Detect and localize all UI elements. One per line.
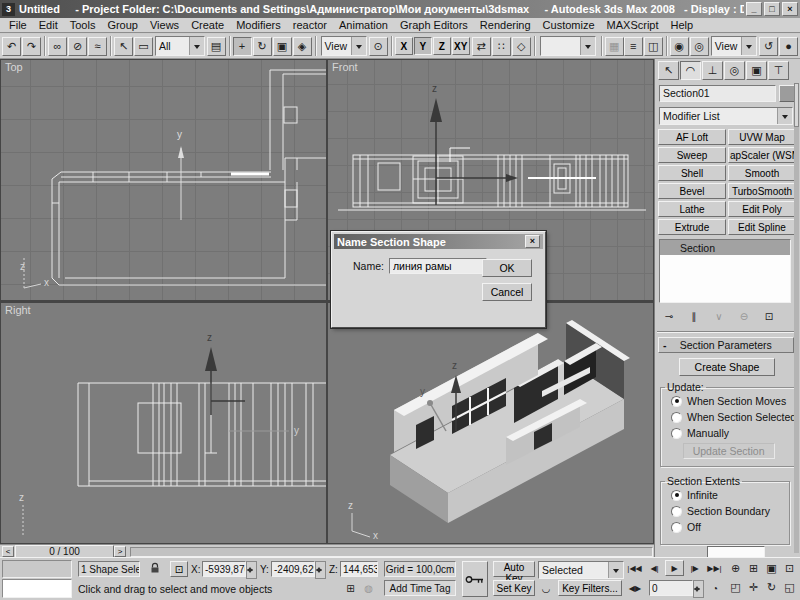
shaded-house-model[interactable] (390, 320, 630, 523)
zoom-extents-all-icon[interactable]: ⊡ (781, 560, 798, 576)
go-to-end-button[interactable]: ▶▶| (705, 560, 724, 576)
menu-item[interactable]: Group (101, 19, 144, 31)
menu-item[interactable]: Rendering (474, 19, 537, 31)
modifier-button[interactable]: Bevel (658, 183, 726, 199)
object-name-field[interactable]: Section01 (659, 85, 776, 102)
track-bar[interactable] (130, 547, 653, 557)
use-pivot-center-icon[interactable]: ⊙ (369, 37, 388, 56)
x-coordinate-field[interactable]: -5939,8765 (202, 561, 246, 577)
modifier-button[interactable]: Shell (658, 165, 726, 181)
menu-item[interactable]: Customize (537, 19, 601, 31)
motion-tab[interactable]: ◎ (724, 61, 745, 80)
display-tab[interactable]: ▣ (746, 61, 767, 80)
configure-modifier-sets-icon[interactable]: ⊡ (760, 308, 778, 324)
go-to-start-button[interactable]: |◀◀ (625, 560, 644, 576)
undo-icon[interactable]: ↶ (2, 37, 21, 56)
hierarchy-tab[interactable]: ⊥ (702, 61, 723, 80)
viewport-top[interactable]: Top y z x (1, 60, 326, 300)
modify-tab[interactable]: ◠ (680, 61, 701, 80)
menu-item[interactable]: File (3, 19, 33, 31)
axis-xy-button[interactable]: XY (452, 37, 470, 55)
close-button[interactable]: × (782, 2, 798, 16)
select-and-link-icon[interactable]: ∞ (48, 37, 67, 56)
select-and-rotate-icon[interactable]: ↻ (253, 37, 272, 56)
radio-icon[interactable] (671, 412, 682, 423)
select-and-move-icon[interactable]: + (233, 37, 252, 56)
menu-item[interactable]: Create (185, 19, 230, 31)
align-icon[interactable]: ◇ (512, 37, 531, 56)
viewport-right-label[interactable]: Right (5, 304, 31, 316)
dialog-title-bar[interactable]: Name Section Shape × (334, 234, 543, 249)
selection-window-crossing-icon[interactable]: ⊞ (342, 580, 359, 596)
pin-stack-icon[interactable]: ⊸ (660, 308, 678, 324)
modifier-button[interactable]: AF Loft (658, 129, 726, 145)
menu-item[interactable]: reactor (287, 19, 333, 31)
modifier-button[interactable]: UVW Map (728, 129, 796, 145)
z-axis-gizmo[interactable]: z (205, 332, 245, 415)
restore-button[interactable]: □ (764, 2, 780, 16)
select-and-manipulate-icon[interactable]: ◈ (293, 37, 312, 56)
viewport-front-label[interactable]: Front (332, 61, 358, 73)
shape-name-input[interactable] (389, 258, 487, 274)
menu-item[interactable]: MAXScript (601, 19, 665, 31)
modifier-button[interactable]: Edit Spline (728, 219, 796, 235)
modifier-button[interactable]: Smooth (728, 165, 796, 181)
chevron-down-icon[interactable] (580, 37, 595, 55)
y-coordinate-field[interactable]: -2409,6298 (271, 561, 315, 577)
show-end-result-icon[interactable]: ∥ (685, 308, 703, 324)
modifier-stack[interactable]: Section (659, 239, 791, 303)
mirror-icon[interactable]: ⇄ (472, 37, 491, 56)
title-bar[interactable]: 3 Untitled - Project Folder: C:\Document… (0, 0, 800, 18)
edit-named-sets-icon[interactable]: ▦ (605, 37, 624, 56)
viewport-perspective[interactable]: z y z x (328, 303, 653, 543)
menu-item[interactable]: Edit (33, 19, 64, 31)
radio-when-section-selected[interactable]: When Section Selected (671, 409, 796, 425)
snaps-toggle-icon[interactable]: ∷ (492, 37, 511, 56)
redo-icon[interactable]: ↷ (22, 37, 41, 56)
radio-icon[interactable] (671, 396, 682, 407)
render-setup-icon[interactable]: ◎ (690, 37, 709, 56)
rollout-section-parameters[interactable]: - Section Parameters (658, 337, 794, 353)
viewport-right[interactable]: Right z y z (1, 303, 326, 543)
section-color-swatch[interactable] (707, 546, 765, 557)
named-selection-sets-dropdown[interactable] (540, 36, 596, 56)
menu-item[interactable]: Views (144, 19, 185, 31)
y-spinner[interactable] (315, 561, 326, 579)
x-spinner[interactable] (246, 561, 257, 579)
region-zoom-icon[interactable]: ◰ (727, 579, 744, 595)
selection-filter-dropdown[interactable]: All (155, 36, 205, 56)
schematic-view-icon[interactable]: ◫ (644, 37, 663, 56)
radio-section-boundary[interactable]: Section Boundary (671, 503, 789, 519)
arc-rotate-icon[interactable]: ↻ (763, 579, 780, 595)
minimize-button[interactable]: _ (746, 2, 762, 16)
previous-frame-button[interactable]: ◀| (645, 560, 664, 576)
quick-render-icon[interactable]: ● (779, 37, 798, 56)
radio-when-section-moves[interactable]: When Section Moves (671, 393, 796, 409)
absolute-mode-toggle-icon[interactable]: ⊡ (170, 561, 188, 577)
stack-item[interactable]: Section (660, 240, 790, 255)
progressive-display-icon[interactable]: ◍ (360, 580, 377, 596)
menu-item[interactable]: Modifiers (230, 19, 287, 31)
modifier-button[interactable]: Extrude (658, 219, 726, 235)
utilities-tab[interactable]: ⊤ (768, 61, 789, 80)
select-and-scale-icon[interactable]: ▣ (273, 37, 292, 56)
modifier-button[interactable]: Sweep (658, 147, 726, 163)
axis-x-button[interactable]: X (395, 37, 413, 55)
radio-icon[interactable] (671, 506, 682, 517)
frame-spinner[interactable] (693, 580, 704, 598)
axis-y-button[interactable]: Y (414, 37, 432, 55)
top-viewport-canvas[interactable]: y z x (1, 60, 326, 300)
z-coordinate-field[interactable]: 144,6534c (340, 561, 378, 577)
radio-icon[interactable] (671, 428, 682, 439)
dialog-close-icon[interactable]: × (525, 235, 540, 248)
render-preset-dropdown[interactable]: View (711, 36, 757, 56)
layer-manager-icon[interactable]: ≡ (624, 37, 643, 56)
viewport-top-label[interactable]: Top (5, 61, 23, 73)
maxscript-mini-listener-macro[interactable] (2, 560, 72, 578)
create-tab[interactable]: ↖ (658, 61, 679, 80)
maxscript-mini-listener[interactable] (2, 579, 72, 598)
menu-item[interactable]: Tools (64, 19, 102, 31)
zoom-extents-icon[interactable]: ▣ (763, 560, 780, 576)
play-button[interactable]: ▶ (665, 560, 684, 576)
menu-item[interactable]: Help (665, 19, 700, 31)
